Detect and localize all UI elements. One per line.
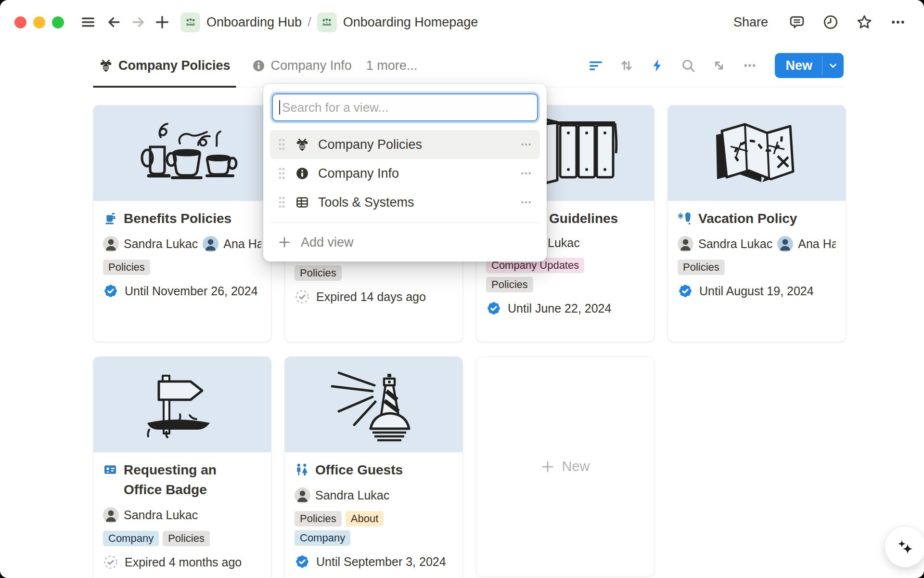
- card-cover-lighthouse-illustration: [285, 357, 462, 452]
- card-body: Office Guests Sandra Lukac Policies Abou…: [285, 452, 462, 577]
- tab-company-info[interactable]: Company Info: [246, 44, 358, 87]
- view-search-input[interactable]: [272, 93, 538, 121]
- view-search-popover: Company Policies Company Info: [263, 84, 547, 262]
- view-item-company-policies[interactable]: Company Policies: [270, 130, 540, 159]
- avatar: [103, 507, 119, 523]
- card-people-row: Sandra Lukac: [295, 487, 453, 503]
- view-toolbar: New: [587, 53, 844, 78]
- card-status-row: Expired 4 months ago: [103, 554, 261, 570]
- view-item-more-icon[interactable]: [520, 196, 532, 209]
- view-item-label: Company Info: [318, 166, 520, 181]
- tag: Company: [103, 531, 159, 546]
- text-cursor: [279, 100, 280, 115]
- new-tab-plus-icon[interactable]: [153, 13, 172, 32]
- card-tags: Company Policies: [103, 531, 261, 546]
- onboarding-hub-page-icon: [180, 13, 200, 32]
- card-cover-map-illustration: [668, 105, 846, 201]
- minimize-window-button[interactable]: [33, 16, 45, 28]
- view-item-label: Tools & Systems: [318, 195, 520, 210]
- drag-handle-icon[interactable]: [278, 137, 285, 152]
- card-cover-signpost-illustration: [93, 357, 271, 452]
- new-button-label[interactable]: New: [775, 53, 822, 78]
- sort-icon[interactable]: [618, 57, 635, 74]
- new-card-button[interactable]: New: [476, 356, 654, 577]
- tag: Policies: [486, 277, 533, 292]
- app-window: Onboarding Hub / Onboarding Homepage Sha…: [0, 0, 924, 578]
- card-office-guests[interactable]: Office Guests Sandra Lukac Policies Abou…: [284, 356, 463, 578]
- card-title-row: Requesting an Office Badge: [103, 460, 261, 499]
- view-tabs-row: Company Policies Company Info 1 more...: [93, 44, 844, 87]
- new-card-label: New: [562, 459, 590, 474]
- tag: About: [346, 511, 384, 526]
- status-text: Expired 14 days ago: [316, 290, 426, 304]
- status-text: Until June 22, 2024: [508, 302, 611, 315]
- person-name: Ana Ha: [223, 237, 261, 251]
- new-button[interactable]: New: [775, 53, 844, 78]
- forward-arrow-icon[interactable]: [128, 13, 148, 32]
- id-badge-icon: [103, 462, 117, 477]
- more-options-icon[interactable]: [888, 13, 908, 32]
- bee-icon: [295, 137, 309, 152]
- new-button-chevron-down-icon[interactable]: [822, 53, 844, 78]
- tag: Company: [295, 530, 350, 546]
- card-title-row: Vacation Policy: [678, 209, 836, 228]
- person-name: Lukac: [548, 236, 580, 250]
- favorite-star-icon[interactable]: [855, 13, 874, 32]
- view-item-more-icon[interactable]: [520, 138, 532, 151]
- history-clock-icon[interactable]: [821, 13, 840, 32]
- card-title: Guidelines: [549, 209, 618, 228]
- card-status-row: Until August 19, 2024: [678, 283, 836, 299]
- menu-divider: [270, 223, 540, 223]
- people-icon: [295, 462, 309, 477]
- tab-company-policies[interactable]: Company Policies: [93, 44, 236, 87]
- card-status-row: Until June 22, 2024: [486, 301, 644, 316]
- breadcrumb-parent[interactable]: Onboarding Hub: [206, 15, 302, 30]
- back-arrow-icon[interactable]: [104, 13, 124, 32]
- expired-check-icon: [103, 554, 118, 570]
- close-window-button[interactable]: [14, 16, 26, 28]
- card-cover-mugs-illustration: [93, 105, 271, 201]
- status-text: Expired 4 months ago: [125, 555, 242, 569]
- ai-sparkle-button[interactable]: [885, 526, 924, 567]
- breadcrumb-current[interactable]: Onboarding Homepage: [343, 15, 478, 30]
- tabs-more-link[interactable]: 1 more...: [366, 58, 418, 73]
- filter-icon[interactable]: [587, 57, 604, 74]
- info-icon: [295, 166, 309, 181]
- drag-handle-icon[interactable]: [278, 166, 285, 181]
- card-benefits-policies[interactable]: Benefits Policies Sandra Lukac Ana Ha Po…: [93, 105, 271, 342]
- status-text: Until August 19, 2024: [699, 284, 814, 298]
- card-requesting-office-badge[interactable]: Requesting an Office Badge Sandra Lukac …: [93, 356, 271, 578]
- card-tags: Company Updates Policies: [486, 258, 599, 292]
- status-text: Until November 26, 2024: [125, 284, 258, 298]
- sparkles-icon: [894, 535, 917, 558]
- traffic-lights: [14, 16, 64, 28]
- view-search: [272, 93, 538, 121]
- add-view-button[interactable]: Add view: [269, 229, 541, 256]
- card-title: Office Guests: [315, 460, 403, 480]
- card-status-row: Until September 3, 2024: [295, 554, 453, 569]
- add-view-label: Add view: [301, 235, 354, 250]
- card-body: Benefits Policies Sandra Lukac Ana Ha Po…: [93, 201, 271, 306]
- view-more-icon[interactable]: [741, 57, 758, 74]
- card-title: Benefits Policies: [124, 209, 231, 228]
- plus-icon: [540, 460, 555, 474]
- view-item-more-icon[interactable]: [520, 167, 532, 180]
- automations-zap-icon[interactable]: [649, 57, 666, 74]
- tag: Policies: [103, 260, 150, 275]
- share-button[interactable]: Share: [733, 15, 768, 30]
- expand-view-icon[interactable]: [710, 57, 728, 74]
- avatar: [295, 487, 310, 503]
- view-item-company-info[interactable]: Company Info: [270, 159, 540, 188]
- person-name: Sandra Lukac: [124, 237, 198, 251]
- plus-icon: [278, 236, 291, 249]
- card-tags: Policies: [678, 260, 836, 275]
- comments-icon[interactable]: [787, 13, 807, 32]
- search-icon[interactable]: [680, 57, 697, 74]
- view-item-tools-systems[interactable]: Tools & Systems: [270, 188, 540, 217]
- sidebar-menu-icon[interactable]: [78, 13, 98, 32]
- card-title: Vacation Policy: [698, 209, 797, 228]
- drag-handle-icon[interactable]: [278, 195, 285, 210]
- verified-badge-icon: [103, 283, 118, 299]
- card-vacation-policy[interactable]: Vacation Policy Sandra Lukac Ana Hau Pol…: [667, 105, 846, 342]
- zoom-window-button[interactable]: [52, 16, 64, 28]
